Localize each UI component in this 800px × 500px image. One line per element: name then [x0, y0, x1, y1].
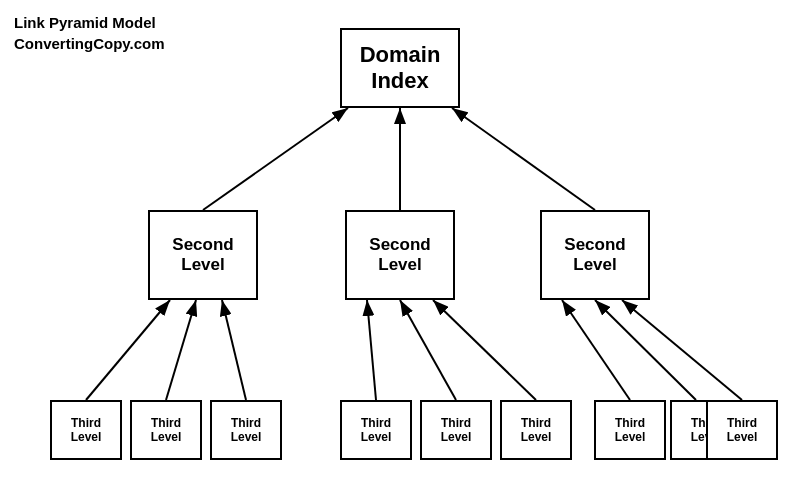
node-third-3-label: ThirdLevel — [231, 416, 262, 444]
node-third-7-label: ThirdLevel — [615, 416, 646, 444]
node-second-2: SecondLevel — [345, 210, 455, 300]
node-third-9: ThirdLevel — [706, 400, 778, 460]
node-second-1-label: SecondLevel — [172, 235, 233, 275]
node-second-3: SecondLevel — [540, 210, 650, 300]
node-third-9-label: ThirdLevel — [727, 416, 758, 444]
svg-line-6 — [222, 300, 246, 400]
pyramid-diagram: DomainIndex SecondLevel SecondLevel Seco… — [0, 0, 800, 500]
svg-line-10 — [562, 300, 630, 400]
node-top: DomainIndex — [340, 28, 460, 108]
node-third-6-label: ThirdLevel — [521, 416, 552, 444]
svg-line-7 — [367, 300, 376, 400]
svg-line-9 — [433, 300, 536, 400]
svg-line-3 — [452, 108, 595, 210]
node-third-2-label: ThirdLevel — [151, 416, 182, 444]
svg-line-12 — [622, 300, 742, 400]
node-second-1: SecondLevel — [148, 210, 258, 300]
node-third-3: ThirdLevel — [210, 400, 282, 460]
node-third-4: ThirdLevel — [340, 400, 412, 460]
node-third-2: ThirdLevel — [130, 400, 202, 460]
node-second-3-label: SecondLevel — [564, 235, 625, 275]
node-third-1: ThirdLevel — [50, 400, 122, 460]
svg-line-5 — [166, 300, 196, 400]
node-third-7: ThirdLevel — [594, 400, 666, 460]
node-third-1-label: ThirdLevel — [71, 416, 102, 444]
svg-line-11 — [595, 300, 696, 400]
node-third-5: ThirdLevel — [420, 400, 492, 460]
node-third-5-label: ThirdLevel — [441, 416, 472, 444]
node-top-label: DomainIndex — [360, 42, 441, 94]
svg-line-4 — [86, 300, 170, 400]
svg-line-1 — [203, 108, 348, 210]
node-second-2-label: SecondLevel — [369, 235, 430, 275]
node-third-6: ThirdLevel — [500, 400, 572, 460]
svg-line-8 — [400, 300, 456, 400]
node-third-4-label: ThirdLevel — [361, 416, 392, 444]
